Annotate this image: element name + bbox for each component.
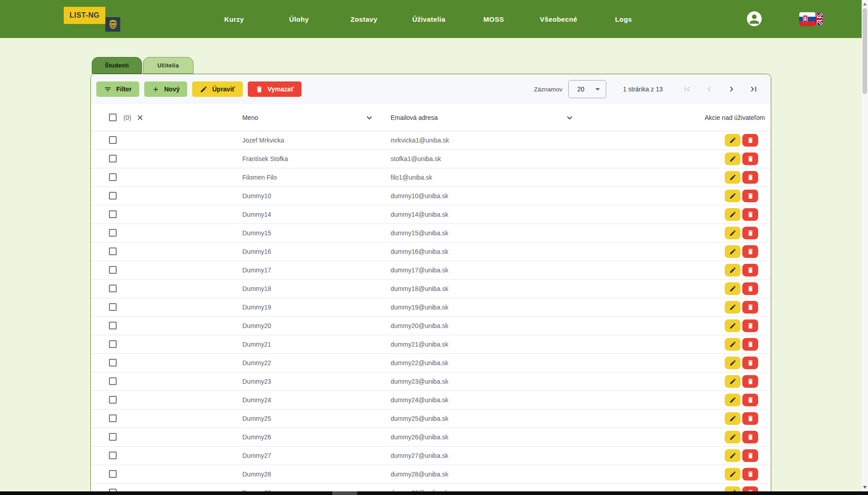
row-edit-button[interactable] [725, 264, 741, 276]
top-navigation-bar: LIST-NG Kurzy Úlohy Zostavy Úživatelia M… [0, 0, 868, 38]
row-edit-button[interactable] [725, 431, 741, 443]
row-delete-button[interactable] [742, 412, 758, 425]
row-edit-button[interactable] [725, 171, 741, 184]
row-checkbox[interactable] [109, 192, 117, 200]
row-edit-button[interactable] [725, 245, 741, 258]
nav-item-ulohy[interactable]: Úlohy [267, 0, 332, 38]
row-checkbox[interactable] [109, 303, 117, 311]
filter-button[interactable]: Filter [96, 81, 139, 97]
vertical-scrollbar[interactable] [862, 0, 868, 492]
edit-button[interactable]: Úpraviť [192, 81, 242, 97]
row-edit-button[interactable] [725, 338, 741, 351]
row-checkbox[interactable] [109, 155, 117, 162]
first-page-icon[interactable] [682, 84, 693, 95]
row-checkbox[interactable] [109, 396, 117, 404]
row-edit-button[interactable] [725, 357, 741, 369]
table-row: Dummy28 dummy28@uniba.sk [91, 465, 771, 484]
row-delete-button[interactable] [742, 245, 758, 258]
tab-studenti[interactable]: Študenti [92, 57, 142, 74]
sort-chevron-down-icon[interactable] [567, 114, 572, 119]
row-edit-button[interactable] [725, 282, 741, 295]
row-checkbox[interactable] [109, 285, 117, 292]
row-delete-button[interactable] [742, 134, 758, 147]
nav-item-moss[interactable]: MOSS [461, 0, 526, 38]
row-delete-button[interactable] [742, 375, 758, 388]
row-checkbox[interactable] [109, 136, 117, 144]
last-page-icon[interactable] [748, 84, 759, 95]
row-delete-button[interactable] [742, 282, 758, 295]
row-delete-button[interactable] [742, 208, 758, 221]
next-page-icon[interactable] [726, 84, 737, 95]
row-checkbox[interactable] [109, 452, 117, 459]
new-button[interactable]: Nový [144, 81, 187, 97]
row-edit-button[interactable] [725, 449, 741, 462]
row-delete-button[interactable] [742, 190, 758, 202]
user-email-cell: dummy22@uniba.sk [391, 359, 448, 366]
vertical-scrollbar-thumb[interactable] [863, 8, 867, 94]
app-logo[interactable]: LIST-NG [64, 7, 105, 24]
pencil-icon [729, 452, 736, 459]
pencil-icon [729, 378, 736, 385]
row-delete-button[interactable] [742, 394, 758, 406]
sort-chevron-down-icon[interactable] [367, 114, 372, 119]
row-delete-button[interactable] [742, 338, 758, 351]
row-checkbox[interactable] [109, 359, 117, 366]
nav-item-zostavy[interactable]: Zostavy [331, 0, 396, 38]
row-edit-button[interactable] [725, 152, 741, 165]
row-checkbox[interactable] [109, 340, 117, 348]
row-delete-button[interactable] [742, 357, 758, 369]
row-checkbox[interactable] [109, 210, 117, 218]
row-edit-button[interactable] [725, 208, 741, 221]
row-delete-button[interactable] [742, 468, 758, 481]
user-name-cell: Dummy22 [242, 359, 271, 366]
language-switcher[interactable] [799, 12, 823, 26]
row-checkbox[interactable] [109, 433, 117, 441]
row-edit-button[interactable] [725, 227, 741, 239]
row-edit-button[interactable] [725, 394, 741, 406]
user-avatar-icon[interactable] [747, 11, 762, 26]
row-delete-button[interactable] [742, 227, 758, 239]
row-edit-button[interactable] [725, 468, 741, 481]
row-delete-button[interactable] [742, 449, 758, 462]
pencil-icon [729, 433, 736, 441]
pencil-icon [729, 415, 736, 422]
flag-sk-icon[interactable] [799, 12, 816, 26]
prev-page-icon[interactable] [704, 84, 715, 95]
tab-ucitelia[interactable]: Učitelia [143, 57, 193, 74]
nav-item-vseobecne[interactable]: Všeobecné [526, 0, 591, 38]
row-checkbox[interactable] [109, 266, 117, 274]
row-delete-button[interactable] [742, 319, 758, 332]
row-delete-button[interactable] [742, 152, 758, 165]
scroll-down-icon[interactable] [862, 484, 868, 490]
nav-item-uzivatelia[interactable]: Úživatelia [396, 0, 462, 38]
user-email-cell: dummy14@uniba.sk [391, 211, 448, 218]
close-icon[interactable] [136, 114, 144, 122]
page-size-select[interactable]: 20 [568, 80, 606, 98]
select-all-checkbox[interactable] [109, 114, 117, 121]
row-checkbox[interactable] [109, 414, 117, 422]
horizontal-scrollbar-thumb[interactable] [332, 491, 357, 495]
row-edit-button[interactable] [725, 412, 741, 425]
row-checkbox[interactable] [109, 248, 117, 255]
row-delete-button[interactable] [742, 301, 758, 314]
row-edit-button[interactable] [725, 301, 741, 314]
horizontal-scrollbar[interactable] [0, 491, 868, 495]
delete-button[interactable]: Vymazať [248, 81, 302, 97]
nav-item-kurzy[interactable]: Kurzy [202, 0, 267, 38]
row-delete-button[interactable] [742, 171, 758, 184]
row-delete-button[interactable] [742, 264, 758, 276]
row-checkbox[interactable] [109, 470, 117, 478]
scroll-up-icon[interactable] [862, 1, 868, 7]
row-edit-button[interactable] [725, 190, 741, 202]
user-name-cell: Dummy28 [242, 471, 271, 478]
user-name-cell: Dummy16 [242, 248, 271, 255]
nav-item-logs[interactable]: Logs [591, 0, 656, 38]
row-checkbox[interactable] [109, 322, 117, 329]
row-edit-button[interactable] [725, 134, 741, 147]
row-edit-button[interactable] [725, 375, 741, 388]
row-edit-button[interactable] [725, 319, 741, 332]
row-delete-button[interactable] [742, 431, 758, 443]
row-checkbox[interactable] [109, 229, 117, 237]
row-checkbox[interactable] [109, 377, 117, 385]
row-checkbox[interactable] [109, 173, 117, 181]
